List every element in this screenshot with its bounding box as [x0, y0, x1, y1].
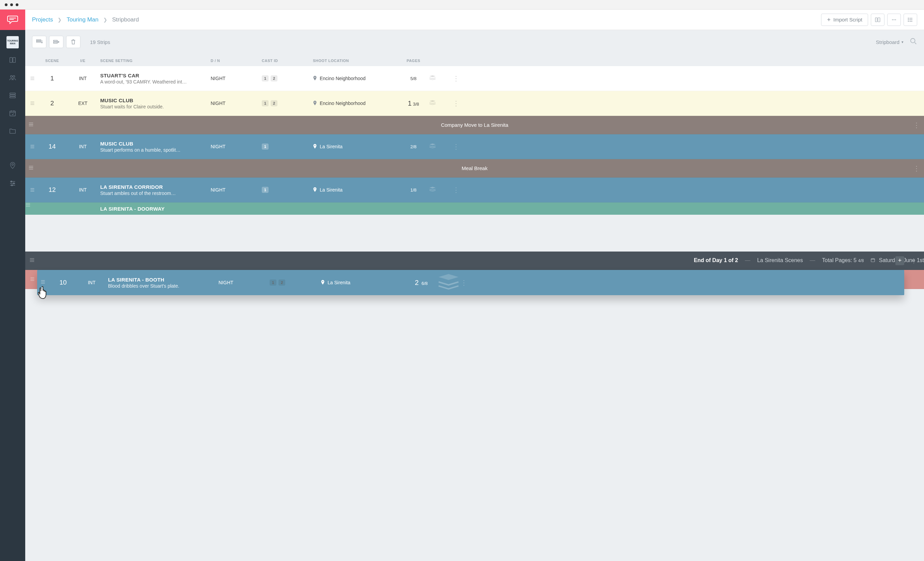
cast-pills: 12	[262, 100, 313, 106]
row-more-icon[interactable]: ⋮	[453, 186, 459, 194]
window-chrome	[0, 0, 924, 9]
nav-calendar-icon[interactable]	[0, 104, 25, 122]
scene-description: Stuart performs on a humble, spotlit…	[100, 147, 211, 153]
strip-row[interactable]: 14INTMUSIC CLUBStuart performs on a humb…	[25, 134, 924, 159]
svg-point-10	[13, 183, 15, 184]
view-selector[interactable]: Stripboard ▾	[876, 39, 903, 45]
strip-row[interactable]: 2EXTMUSIC CLUBStuart waits for Claire ou…	[25, 91, 924, 116]
scene-description: A word-out, '93 CAMRY. Weathered int…	[100, 79, 211, 84]
list-icon-button[interactable]	[903, 14, 917, 26]
end-of-day-bar[interactable]: End of Day 1 of 2 — La Sirenita Scenes —…	[25, 252, 924, 270]
svg-rect-4	[10, 93, 16, 94]
eod-total-pages: Total Pages: 5 4/8	[822, 257, 864, 264]
svg-rect-13	[878, 18, 880, 22]
dragging-strip[interactable]: 10 INT LA SIRENITA - BOOTH Blood dribble…	[37, 270, 904, 295]
delete-strip-button[interactable]	[66, 36, 80, 48]
toolbar: 19 Strips Stripboard ▾	[25, 30, 924, 54]
import-script-button[interactable]: + Import Script	[821, 14, 868, 26]
more-icon-button[interactable]	[887, 14, 901, 26]
svg-point-9	[11, 181, 12, 182]
plus-icon: +	[827, 17, 831, 23]
svg-point-14	[892, 19, 893, 20]
strip-row-partial[interactable]: LA SIRENITA - DOORWAY	[25, 202, 924, 215]
location-cell: Encino Neighborhood	[313, 76, 398, 81]
drag-handle-icon[interactable]	[37, 279, 49, 286]
col-pages: PAGES	[398, 58, 429, 63]
scene-ie: EXT	[78, 100, 87, 106]
location-cell: La Sirenita	[321, 280, 406, 285]
scene-dn: NIGHT	[219, 280, 234, 285]
svg-rect-23	[54, 42, 57, 43]
strip-row[interactable]: 12INTLA SIRENITA CORRIDORStuart ambles o…	[25, 178, 924, 202]
location-cell: Encino Neighborhood	[313, 100, 398, 106]
scene-setting: MUSIC CLUB	[100, 141, 211, 147]
row-more-icon[interactable]: ⋮	[910, 256, 917, 265]
cast-pills: 12	[262, 75, 313, 81]
project-thumbnail[interactable]: TOURING MAN	[6, 36, 19, 48]
scene-dn: NIGHT	[211, 100, 226, 106]
app-logo[interactable]	[0, 9, 25, 30]
drag-handle-icon[interactable]	[25, 143, 37, 151]
cast-pill: 1	[262, 187, 268, 193]
col-scene: SCENE	[37, 58, 68, 63]
chevron-right-icon: ❯	[58, 17, 62, 22]
row-more-icon[interactable]: ⋮	[453, 143, 459, 150]
svg-rect-0	[10, 58, 12, 63]
cast-pill: 2	[279, 279, 285, 286]
svg-point-11	[11, 185, 13, 186]
banner-strip[interactable]: Company Move to La Sirenita⋮	[25, 116, 924, 134]
cast-pill: 1	[262, 75, 268, 81]
svg-rect-7	[10, 111, 16, 116]
svg-point-18	[908, 20, 909, 20]
main-panel: Projects ❯ Touring Man ❯ Stripboard + Im…	[25, 9, 924, 561]
scene-pages-big: 2	[415, 279, 418, 286]
nav-files-icon[interactable]	[0, 122, 25, 140]
nav-screenplay-icon[interactable]	[0, 51, 25, 69]
col-setting: SCENE SETTING	[98, 58, 211, 63]
strip-row[interactable]: 1INTSTUART'S CARA word-out, '93 CAMRY. W…	[25, 66, 924, 91]
scene-dn: NIGHT	[211, 187, 226, 193]
scene-description: Blood dribbles over Stuart's plate.	[108, 283, 219, 289]
traffic-light-dot	[10, 3, 13, 6]
row-more-icon[interactable]: ⋮	[913, 164, 920, 172]
row-more-icon[interactable]: ⋮	[453, 99, 459, 107]
import-script-label: Import Script	[833, 17, 862, 22]
eod-add-button[interactable]: +	[896, 256, 904, 265]
banner-strip[interactable]: Meal Break⋮	[25, 159, 924, 178]
search-button[interactable]	[910, 38, 917, 46]
scene-ie: INT	[79, 187, 87, 193]
scene-description: Stuart waits for Claire outside.	[100, 104, 211, 110]
sidebar: TOURING MAN	[0, 9, 25, 561]
breadcrumb-projects[interactable]: Projects	[32, 16, 53, 23]
row-more-icon[interactable]: ⋮	[913, 121, 920, 129]
location-cell: La Sirenita	[313, 144, 398, 149]
cast-pill: 1	[270, 279, 276, 286]
sort-strips-button[interactable]	[32, 36, 46, 48]
nav-settings-icon[interactable]	[0, 174, 25, 192]
breadcrumb-project[interactable]: Touring Man	[66, 16, 99, 23]
drag-handle-icon[interactable]	[25, 202, 37, 208]
row-more-icon[interactable]: ⋮	[453, 75, 459, 82]
nav-cast-icon[interactable]	[0, 69, 25, 87]
scene-number: 14	[48, 143, 56, 150]
svg-rect-20	[36, 40, 41, 40]
col-location: SHOOT LOCATION	[313, 58, 398, 63]
drag-handle-icon[interactable]	[25, 99, 37, 107]
svg-point-24	[911, 39, 915, 43]
scene-number: 12	[48, 186, 56, 193]
nav-locations-icon[interactable]	[0, 157, 25, 174]
nav-stripboard-icon[interactable]	[0, 87, 25, 104]
svg-rect-22	[54, 40, 57, 41]
svg-rect-21	[36, 41, 41, 42]
cast-pill: 2	[271, 100, 278, 106]
drag-handle-icon[interactable]	[25, 186, 37, 194]
scene-pages: 1/8	[410, 188, 417, 193]
row-more-icon[interactable]: ⋮	[460, 279, 467, 286]
add-strip-button[interactable]	[49, 36, 63, 48]
drag-handle-icon[interactable]	[25, 275, 37, 283]
breadcrumb-current: Stripboard	[112, 16, 139, 23]
svg-rect-12	[875, 18, 877, 22]
col-cast: CAST ID	[262, 58, 313, 63]
drag-handle-icon[interactable]	[25, 75, 37, 82]
layout-icon-button[interactable]	[871, 14, 885, 26]
